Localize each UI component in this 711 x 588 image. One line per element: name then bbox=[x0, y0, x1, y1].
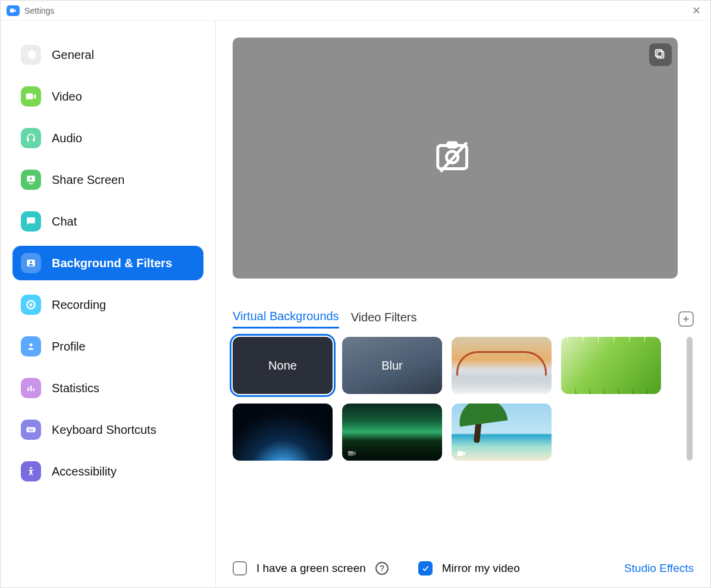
svg-rect-18 bbox=[657, 52, 664, 58]
sidebar-item-recording[interactable]: Recording bbox=[12, 287, 203, 322]
sidebar-item-keyboard-shortcuts[interactable]: Keyboard Shortcuts bbox=[12, 412, 203, 447]
share-screen-icon bbox=[21, 170, 41, 190]
headphones-icon bbox=[21, 128, 41, 148]
sidebar-item-audio[interactable]: Audio bbox=[12, 121, 203, 155]
green-screen-label: I have a green screen bbox=[256, 562, 366, 575]
close-icon[interactable]: ✕ bbox=[688, 3, 704, 18]
add-background-button[interactable] bbox=[678, 311, 694, 327]
mirror-video-label: Mirror my video bbox=[442, 562, 520, 575]
video-preview bbox=[233, 37, 678, 279]
sidebar-item-label: Background & Filters bbox=[52, 257, 172, 270]
sidebar-item-label: Profile bbox=[52, 340, 86, 354]
sidebar-item-label: Accessibility bbox=[52, 465, 117, 478]
svg-point-1 bbox=[30, 261, 32, 263]
svg-point-4 bbox=[30, 343, 33, 346]
svg-rect-10 bbox=[30, 429, 31, 430]
svg-rect-12 bbox=[29, 430, 33, 431]
svg-point-3 bbox=[30, 304, 33, 306]
background-icon bbox=[21, 253, 41, 273]
svg-point-13 bbox=[30, 467, 32, 469]
sidebar-item-label: Audio bbox=[52, 132, 82, 145]
sidebar-item-share-screen[interactable]: Share Screen bbox=[12, 162, 203, 197]
sidebar-item-label: Recording bbox=[52, 298, 106, 312]
tab-video-filters[interactable]: Video Filters bbox=[351, 311, 417, 328]
help-icon[interactable]: ? bbox=[375, 562, 389, 575]
window-title: Settings bbox=[24, 6, 55, 15]
thumbnail-scrollbar[interactable] bbox=[687, 337, 694, 461]
video-icon bbox=[21, 86, 41, 107]
background-label: None bbox=[268, 359, 297, 373]
sidebar-item-label: Video bbox=[52, 90, 82, 104]
accessibility-icon bbox=[21, 461, 41, 481]
background-label: Blur bbox=[381, 359, 403, 373]
rotate-camera-button[interactable] bbox=[649, 43, 672, 66]
green-screen-checkbox[interactable] bbox=[233, 561, 247, 576]
background-option-blur[interactable]: Blur bbox=[342, 337, 442, 394]
chat-icon bbox=[21, 211, 41, 232]
mirror-video-checkbox[interactable] bbox=[418, 561, 433, 576]
sidebar-item-label: Keyboard Shortcuts bbox=[52, 423, 156, 437]
sidebar-item-label: Chat bbox=[52, 215, 77, 229]
background-option-image[interactable] bbox=[452, 337, 552, 394]
video-badge-icon bbox=[455, 448, 467, 457]
keyboard-icon bbox=[21, 420, 41, 440]
background-option-image[interactable] bbox=[233, 404, 333, 461]
titlebar: Settings ✕ bbox=[1, 1, 710, 21]
sidebar-item-label: General bbox=[52, 48, 94, 62]
settings-sidebar: General Video Audio Share Screen bbox=[1, 21, 216, 587]
svg-rect-5 bbox=[27, 387, 29, 391]
sidebar-item-profile[interactable]: Profile bbox=[12, 329, 203, 364]
camera-off-icon bbox=[432, 134, 478, 183]
sidebar-item-chat[interactable]: Chat bbox=[12, 204, 203, 239]
video-badge-icon bbox=[346, 448, 358, 457]
profile-icon bbox=[21, 336, 41, 356]
sidebar-item-accessibility[interactable]: Accessibility bbox=[12, 454, 203, 489]
sidebar-item-video[interactable]: Video bbox=[12, 79, 203, 114]
sidebar-item-label: Statistics bbox=[52, 381, 99, 395]
background-thumbnails: None Blur bbox=[233, 337, 682, 461]
background-option-video[interactable] bbox=[342, 404, 442, 461]
background-option-none[interactable]: None bbox=[233, 337, 333, 394]
record-icon bbox=[21, 295, 41, 315]
sidebar-item-label: Share Screen bbox=[52, 173, 124, 187]
tab-virtual-backgrounds[interactable]: Virtual Backgrounds bbox=[233, 309, 339, 329]
sidebar-item-general[interactable]: General bbox=[12, 37, 203, 72]
svg-rect-11 bbox=[32, 429, 33, 430]
zoom-app-icon bbox=[7, 5, 20, 16]
sidebar-item-statistics[interactable]: Statistics bbox=[12, 371, 203, 405]
svg-rect-9 bbox=[28, 429, 29, 430]
svg-rect-6 bbox=[30, 386, 32, 391]
svg-rect-19 bbox=[656, 50, 662, 57]
sidebar-item-background-filters[interactable]: Background & Filters bbox=[12, 246, 203, 280]
statistics-icon bbox=[21, 378, 41, 398]
background-option-image[interactable] bbox=[561, 337, 661, 394]
gear-icon bbox=[21, 45, 41, 65]
studio-effects-link[interactable]: Studio Effects bbox=[624, 562, 694, 575]
footer-controls: I have a green screen ? Mirror my video … bbox=[233, 545, 694, 576]
content-area: Virtual Backgrounds Video Filters None B… bbox=[216, 21, 710, 587]
svg-rect-7 bbox=[33, 389, 35, 391]
background-option-video[interactable] bbox=[452, 404, 552, 461]
